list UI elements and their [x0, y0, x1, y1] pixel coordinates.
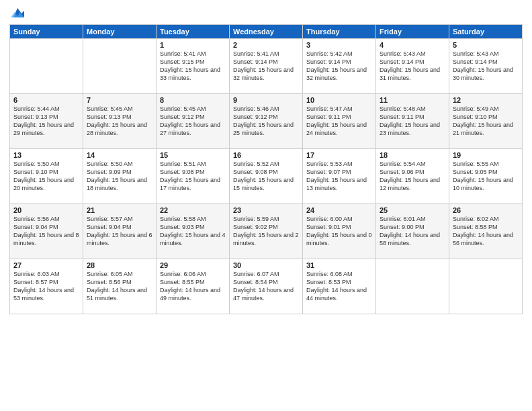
calendar-table: SundayMondayTuesdayWednesdayThursdayFrid… — [9, 24, 523, 314]
day-number: 20 — [13, 206, 79, 214]
cell-content: Sunrise: 5:47 AM Sunset: 9:11 PM Dayligh… — [306, 105, 372, 138]
calendar-cell: 13Sunrise: 5:50 AM Sunset: 9:10 PM Dayli… — [10, 149, 83, 204]
calendar-cell: 26Sunrise: 6:02 AM Sunset: 8:58 PM Dayli… — [449, 204, 523, 259]
calendar-cell: 7Sunrise: 5:45 AM Sunset: 9:13 PM Daylig… — [83, 94, 157, 149]
day-number: 29 — [160, 261, 226, 269]
day-number: 15 — [160, 151, 226, 159]
calendar-cell: 3Sunrise: 5:42 AM Sunset: 9:14 PM Daylig… — [303, 39, 376, 94]
cell-content: Sunrise: 6:00 AM Sunset: 9:01 PM Dayligh… — [306, 215, 372, 248]
cell-content: Sunrise: 6:01 AM Sunset: 9:00 PM Dayligh… — [380, 215, 445, 248]
calendar-cell: 25Sunrise: 6:01 AM Sunset: 9:00 PM Dayli… — [376, 204, 449, 259]
calendar-cell: 23Sunrise: 5:59 AM Sunset: 9:02 PM Dayli… — [230, 204, 303, 259]
day-number: 27 — [13, 261, 79, 269]
day-number: 30 — [233, 261, 299, 269]
cell-content: Sunrise: 5:45 AM Sunset: 9:12 PM Dayligh… — [160, 105, 226, 138]
weekday-header-friday: Friday — [376, 25, 449, 39]
calendar-cell: 17Sunrise: 5:53 AM Sunset: 9:07 PM Dayli… — [303, 149, 376, 204]
calendar-cell: 27Sunrise: 6:03 AM Sunset: 8:57 PM Dayli… — [10, 259, 83, 314]
calendar-cell: 21Sunrise: 5:57 AM Sunset: 9:04 PM Dayli… — [83, 204, 157, 259]
cell-content: Sunrise: 5:53 AM Sunset: 9:07 PM Dayligh… — [306, 160, 372, 193]
cell-content: Sunrise: 5:42 AM Sunset: 9:14 PM Dayligh… — [306, 50, 372, 83]
cell-content: Sunrise: 5:50 AM Sunset: 9:09 PM Dayligh… — [87, 160, 152, 193]
weekday-header-saturday: Saturday — [449, 25, 523, 39]
day-number: 19 — [453, 151, 519, 159]
day-number: 23 — [233, 206, 299, 214]
week-row-3: 13Sunrise: 5:50 AM Sunset: 9:10 PM Dayli… — [10, 149, 523, 204]
cell-content: Sunrise: 5:43 AM Sunset: 9:14 PM Dayligh… — [453, 50, 519, 83]
calendar-cell: 5Sunrise: 5:43 AM Sunset: 9:14 PM Daylig… — [449, 39, 523, 94]
day-number: 31 — [306, 261, 372, 269]
logo — [9, 7, 24, 19]
cell-content: Sunrise: 6:03 AM Sunset: 8:57 PM Dayligh… — [13, 270, 79, 303]
day-number: 18 — [380, 151, 445, 159]
day-number: 25 — [380, 206, 445, 214]
day-number: 13 — [13, 151, 79, 159]
day-number: 22 — [160, 206, 226, 214]
week-row-2: 6Sunrise: 5:44 AM Sunset: 9:13 PM Daylig… — [10, 94, 523, 149]
weekday-header-row: SundayMondayTuesdayWednesdayThursdayFrid… — [10, 25, 523, 39]
calendar-cell: 8Sunrise: 5:45 AM Sunset: 9:12 PM Daylig… — [157, 94, 230, 149]
calendar-cell: 9Sunrise: 5:46 AM Sunset: 9:12 PM Daylig… — [230, 94, 303, 149]
calendar-cell — [376, 259, 449, 314]
cell-content: Sunrise: 6:06 AM Sunset: 8:55 PM Dayligh… — [160, 270, 226, 303]
cell-content: Sunrise: 5:45 AM Sunset: 9:13 PM Dayligh… — [87, 105, 152, 138]
calendar-cell — [83, 39, 157, 94]
calendar-cell — [10, 39, 83, 94]
calendar-cell: 19Sunrise: 5:55 AM Sunset: 9:05 PM Dayli… — [449, 149, 523, 204]
cell-content: Sunrise: 5:52 AM Sunset: 9:08 PM Dayligh… — [233, 160, 299, 193]
cell-content: Sunrise: 6:02 AM Sunset: 8:58 PM Dayligh… — [453, 215, 519, 248]
day-number: 28 — [87, 261, 152, 269]
logo-icon — [11, 7, 24, 19]
cell-content: Sunrise: 5:48 AM Sunset: 9:11 PM Dayligh… — [380, 105, 445, 138]
cell-content: Sunrise: 5:49 AM Sunset: 9:10 PM Dayligh… — [453, 105, 519, 138]
day-number: 5 — [453, 41, 519, 49]
day-number: 1 — [160, 41, 226, 49]
day-number: 16 — [233, 151, 299, 159]
header — [9, 7, 523, 19]
day-number: 8 — [160, 96, 226, 104]
cell-content: Sunrise: 5:41 AM Sunset: 9:15 PM Dayligh… — [160, 50, 226, 83]
day-number: 14 — [87, 151, 152, 159]
cell-content: Sunrise: 6:08 AM Sunset: 8:53 PM Dayligh… — [306, 270, 372, 303]
calendar-cell: 10Sunrise: 5:47 AM Sunset: 9:11 PM Dayli… — [303, 94, 376, 149]
week-row-4: 20Sunrise: 5:56 AM Sunset: 9:04 PM Dayli… — [10, 204, 523, 259]
cell-content: Sunrise: 5:59 AM Sunset: 9:02 PM Dayligh… — [233, 215, 299, 248]
day-number: 24 — [306, 206, 372, 214]
cell-content: Sunrise: 5:54 AM Sunset: 9:06 PM Dayligh… — [380, 160, 445, 193]
calendar-cell: 22Sunrise: 5:58 AM Sunset: 9:03 PM Dayli… — [157, 204, 230, 259]
cell-content: Sunrise: 6:07 AM Sunset: 8:54 PM Dayligh… — [233, 270, 299, 303]
cell-content: Sunrise: 5:51 AM Sunset: 9:08 PM Dayligh… — [160, 160, 226, 193]
cell-content: Sunrise: 5:43 AM Sunset: 9:14 PM Dayligh… — [380, 50, 445, 83]
page-container: SundayMondayTuesdayWednesdayThursdayFrid… — [0, 0, 532, 411]
calendar-cell: 11Sunrise: 5:48 AM Sunset: 9:11 PM Dayli… — [376, 94, 449, 149]
day-number: 6 — [13, 96, 79, 104]
cell-content: Sunrise: 6:05 AM Sunset: 8:56 PM Dayligh… — [87, 270, 152, 303]
weekday-header-thursday: Thursday — [303, 25, 376, 39]
weekday-header-monday: Monday — [83, 25, 157, 39]
day-number: 9 — [233, 96, 299, 104]
calendar-cell: 2Sunrise: 5:41 AM Sunset: 9:14 PM Daylig… — [230, 39, 303, 94]
weekday-header-wednesday: Wednesday — [230, 25, 303, 39]
calendar-cell: 12Sunrise: 5:49 AM Sunset: 9:10 PM Dayli… — [449, 94, 523, 149]
cell-content: Sunrise: 5:44 AM Sunset: 9:13 PM Dayligh… — [13, 105, 79, 138]
day-number: 4 — [380, 41, 445, 49]
weekday-header-sunday: Sunday — [10, 25, 83, 39]
cell-content: Sunrise: 5:55 AM Sunset: 9:05 PM Dayligh… — [453, 160, 519, 193]
weekday-header-tuesday: Tuesday — [157, 25, 230, 39]
cell-content: Sunrise: 5:58 AM Sunset: 9:03 PM Dayligh… — [160, 215, 226, 248]
calendar-cell: 18Sunrise: 5:54 AM Sunset: 9:06 PM Dayli… — [376, 149, 449, 204]
calendar-cell: 30Sunrise: 6:07 AM Sunset: 8:54 PM Dayli… — [230, 259, 303, 314]
day-number: 26 — [453, 206, 519, 214]
calendar-cell: 1Sunrise: 5:41 AM Sunset: 9:15 PM Daylig… — [157, 39, 230, 94]
cell-content: Sunrise: 5:46 AM Sunset: 9:12 PM Dayligh… — [233, 105, 299, 138]
cell-content: Sunrise: 5:57 AM Sunset: 9:04 PM Dayligh… — [87, 215, 152, 248]
day-number: 3 — [306, 41, 372, 49]
day-number: 7 — [87, 96, 152, 104]
day-number: 12 — [453, 96, 519, 104]
calendar-cell: 20Sunrise: 5:56 AM Sunset: 9:04 PM Dayli… — [10, 204, 83, 259]
cell-content: Sunrise: 5:41 AM Sunset: 9:14 PM Dayligh… — [233, 50, 299, 83]
calendar-cell: 29Sunrise: 6:06 AM Sunset: 8:55 PM Dayli… — [157, 259, 230, 314]
week-row-5: 27Sunrise: 6:03 AM Sunset: 8:57 PM Dayli… — [10, 259, 523, 314]
calendar-cell: 24Sunrise: 6:00 AM Sunset: 9:01 PM Dayli… — [303, 204, 376, 259]
calendar-cell: 31Sunrise: 6:08 AM Sunset: 8:53 PM Dayli… — [303, 259, 376, 314]
